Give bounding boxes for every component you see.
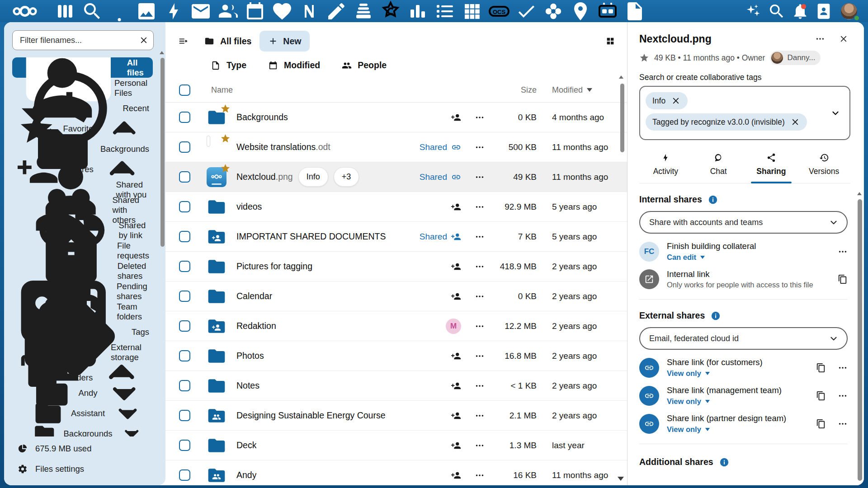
app-collectives-button[interactable]: [377, 0, 404, 22]
row-checkbox[interactable]: [179, 380, 190, 391]
share-link-permission-dropdown[interactable]: View only: [667, 425, 710, 434]
row-menu-button[interactable]: [475, 262, 485, 272]
panel-scroll-up-arrow[interactable]: [857, 192, 862, 195]
file-row[interactable]: IMPORTANT SHARED DOCUMENTSShared7 KB5 ye…: [165, 222, 627, 252]
quick-share-button[interactable]: [451, 381, 461, 391]
row-checkbox[interactable]: [179, 141, 190, 153]
quick-share-button[interactable]: [451, 262, 461, 272]
copy-share-link-button[interactable]: [816, 419, 826, 429]
quick-share-button[interactable]: [451, 441, 461, 450]
share-link-menu-button[interactable]: [838, 363, 848, 373]
file-name[interactable]: Pictures for tagging: [236, 261, 312, 272]
file-row[interactable]: Website translations.odtShared500 KB11 m…: [165, 132, 627, 162]
tab-chat[interactable]: Chat: [692, 150, 745, 183]
filter-chip-people[interactable]: People: [342, 60, 387, 70]
row-checkbox[interactable]: [179, 112, 190, 123]
file-name[interactable]: Photos: [236, 351, 264, 361]
quick-share-button[interactable]: [451, 291, 461, 301]
column-name[interactable]: Name: [211, 85, 233, 95]
toggle-sidebar-button[interactable]: [175, 33, 191, 49]
new-button[interactable]: New: [259, 31, 310, 52]
file-tag-chip[interactable]: +3: [334, 167, 359, 187]
file-row[interactable]: Nextcloud.pngInfo+3Shared49 KB11 months …: [165, 162, 627, 192]
app-notes-button[interactable]: [323, 0, 350, 22]
file-name[interactable]: Designing Sustainable Energy Course: [236, 410, 386, 421]
row-menu-button[interactable]: [475, 291, 485, 301]
row-checkbox[interactable]: [179, 231, 190, 242]
file-row[interactable]: Pictures for tagging418.9 MB2 years ago: [165, 252, 627, 282]
sidebar-scroll-up-arrow[interactable]: [160, 51, 164, 54]
copy-share-link-button[interactable]: [816, 391, 826, 401]
panel-scrollbar[interactable]: [858, 199, 862, 481]
share-link-permission-dropdown[interactable]: View only: [667, 397, 710, 406]
row-checkbox[interactable]: [179, 291, 190, 302]
file-row[interactable]: Notes< 1 KB2 years ago: [165, 371, 627, 401]
external-share-input[interactable]: Email, federated cloud id: [639, 327, 848, 350]
search-button[interactable]: [765, 0, 788, 22]
file-name[interactable]: Calendar: [236, 291, 272, 301]
grid-view-button[interactable]: [604, 34, 617, 48]
tab-activity[interactable]: Activity: [639, 150, 692, 183]
file-row[interactable]: Andy16 KB11 months ago: [165, 460, 627, 485]
app-search-button[interactable]: [79, 0, 106, 22]
internal-share-input[interactable]: Share with accounts and teams: [639, 211, 848, 234]
shared-status-button[interactable]: Shared: [420, 142, 461, 152]
share-link-row[interactable]: Share link (for customers)View only: [639, 357, 848, 378]
row-menu-button[interactable]: [475, 381, 485, 391]
app-tables-button[interactable]: [458, 0, 486, 22]
app-tasks-button[interactable]: [513, 0, 540, 22]
collaborative-tag-chip[interactable]: Info: [646, 92, 688, 109]
app-news-button[interactable]: [296, 0, 323, 22]
shared-status-button[interactable]: Shared: [420, 232, 461, 242]
tags-dropdown-button[interactable]: [828, 108, 843, 118]
nextcloud-logo[interactable]: [9, 0, 41, 22]
share-link-permission-dropdown[interactable]: View only: [667, 369, 710, 378]
owner-chip[interactable]: Danny...: [770, 51, 821, 65]
file-name[interactable]: IMPORTANT SHARED DOCUMENTS: [236, 231, 386, 242]
sidebar-item-backgrounds[interactable]: Backgrounds: [28, 423, 153, 436]
row-menu-button[interactable]: [475, 351, 485, 361]
row-menu-button[interactable]: [475, 232, 485, 242]
file-row[interactable]: Deck1.3 MBlast year: [165, 431, 627, 460]
app-appstore-button[interactable]: [540, 0, 567, 22]
row-checkbox[interactable]: [179, 320, 190, 332]
list-scroll-down-arrow[interactable]: [618, 477, 624, 481]
file-name[interactable]: Redaktion: [236, 321, 276, 331]
app-photos-button[interactable]: [133, 0, 160, 22]
sidebar-scrollbar[interactable]: [160, 58, 165, 247]
clear-filter-button[interactable]: [136, 32, 152, 48]
share-permission-dropdown[interactable]: Can edit: [667, 253, 705, 262]
user-avatar[interactable]: [841, 2, 859, 20]
tags-input[interactable]: InfoTagged by recognize v3.0.0 (invisibl…: [639, 86, 850, 140]
chevron-down-icon[interactable]: [120, 422, 143, 436]
panel-menu-button[interactable]: [813, 32, 827, 46]
sidebar-item-assistant[interactable]: Assistant: [28, 403, 153, 423]
app-ocs-button[interactable]: OCS: [486, 0, 513, 22]
tab-versions[interactable]: Versions: [797, 150, 850, 183]
app-dashboard-button[interactable]: [52, 0, 79, 22]
row-checkbox[interactable]: [179, 440, 190, 451]
file-name[interactable]: Deck: [236, 440, 256, 450]
chevron-up-icon[interactable]: [105, 110, 143, 147]
row-checkbox[interactable]: [179, 410, 190, 421]
row-menu-button[interactable]: [475, 113, 485, 122]
file-name[interactable]: Backgrounds: [236, 112, 288, 122]
row-menu-button[interactable]: [475, 441, 485, 450]
file-name[interactable]: Notes: [236, 380, 259, 391]
app-analytics-button[interactable]: [404, 0, 431, 22]
app-deck-button[interactable]: [350, 0, 377, 22]
row-menu-button[interactable]: [475, 411, 485, 421]
internal-shares-info-button[interactable]: [708, 195, 718, 205]
row-menu-button[interactable]: [475, 470, 485, 480]
file-row[interactable]: Designing Sustainable Energy Course2.1 M…: [165, 401, 627, 431]
row-checkbox[interactable]: [179, 171, 190, 183]
copy-internal-link-button[interactable]: [838, 274, 848, 284]
external-shares-info-button[interactable]: [711, 311, 721, 321]
app-documents-button[interactable]: [621, 0, 648, 22]
quick-share-button[interactable]: [451, 470, 461, 480]
file-row[interactable]: Backgrounds0 KB4 months ago: [165, 103, 627, 132]
assistant-button[interactable]: [741, 0, 765, 22]
share-link-row[interactable]: Share link (management team)View only: [639, 385, 848, 406]
file-name[interactable]: Nextcloud.png: [236, 172, 293, 182]
row-checkbox[interactable]: [179, 469, 190, 481]
